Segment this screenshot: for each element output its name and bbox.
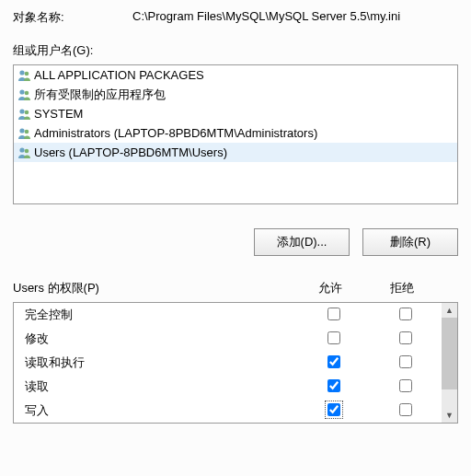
list-item[interactable]: Users (LAPTOP-8PBD6MTM\Users) — [14, 143, 457, 162]
svg-point-1 — [25, 72, 29, 76]
permission-row: 写入 — [14, 399, 442, 423]
deny-checkbox[interactable] — [399, 403, 412, 416]
permissions-list: 完全控制修改读取和执行读取写入 ▲ ▼ — [13, 302, 458, 424]
permission-name: 完全控制 — [25, 307, 298, 323]
list-item[interactable]: ALL APPLICATION PACKAGES — [14, 65, 457, 85]
user-group-icon — [17, 107, 32, 122]
allow-checkbox[interactable] — [327, 355, 340, 368]
object-name-label: 对象名称: — [13, 9, 132, 26]
svg-point-7 — [25, 130, 29, 134]
permission-row: 完全控制 — [14, 303, 442, 327]
object-name-row: 对象名称: C:\Program Files\MySQL\MySQL Serve… — [13, 9, 458, 26]
deny-checkbox[interactable] — [399, 379, 412, 392]
permission-row: 读取 — [14, 375, 442, 399]
permission-name: 写入 — [25, 402, 298, 419]
svg-point-0 — [19, 70, 24, 75]
svg-point-3 — [25, 91, 29, 96]
permission-name: 读取和执行 — [25, 354, 298, 371]
scroll-thumb[interactable] — [442, 318, 457, 389]
deny-checkbox[interactable] — [399, 355, 412, 368]
list-item-label: Users (LAPTOP-8PBD6MTM\Users) — [34, 145, 227, 161]
svg-point-2 — [19, 89, 24, 94]
list-item-label: ALL APPLICATION PACKAGES — [34, 67, 204, 84]
add-button[interactable]: 添加(D)... — [254, 228, 350, 256]
permission-name: 修改 — [25, 331, 298, 347]
allow-checkbox[interactable] — [327, 331, 340, 344]
user-group-icon — [17, 126, 32, 141]
allow-checkbox[interactable] — [327, 379, 340, 392]
deny-checkbox[interactable] — [399, 308, 412, 320]
remove-button[interactable]: 删除(R) — [362, 228, 458, 256]
svg-point-8 — [19, 147, 24, 152]
deny-column-header: 拒绝 — [366, 280, 438, 296]
svg-point-6 — [19, 128, 24, 133]
svg-point-9 — [25, 149, 29, 154]
user-group-icon — [17, 68, 32, 83]
list-item-label: SYSTEM — [34, 106, 83, 122]
svg-point-5 — [25, 110, 29, 115]
groups-label: 组或用户名(G): — [13, 42, 458, 59]
button-row: 添加(D)... 删除(R) — [13, 228, 458, 256]
allow-checkbox[interactable] — [327, 308, 340, 320]
permission-row: 读取和执行 — [14, 351, 442, 375]
object-name-value: C:\Program Files\MySQL\MySQL Server 5.5\… — [132, 9, 458, 26]
permissions-label: Users 的权限(P) — [13, 280, 294, 296]
list-item[interactable]: SYSTEM — [14, 104, 457, 123]
deny-checkbox[interactable] — [399, 331, 412, 344]
list-item-label: 所有受限制的应用程序包 — [34, 87, 166, 103]
permissions-header: Users 的权限(P) 允许 拒绝 — [13, 280, 458, 296]
allow-column-header: 允许 — [294, 280, 366, 296]
list-item-label: Administrators (LAPTOP-8PBD6MTM\Administ… — [34, 125, 317, 142]
allow-checkbox[interactable] — [327, 403, 340, 416]
svg-point-4 — [19, 109, 24, 113]
scroll-down-icon[interactable]: ▼ — [442, 408, 457, 423]
groups-list[interactable]: ALL APPLICATION PACKAGES所有受限制的应用程序包SYSTE… — [13, 64, 458, 204]
scrollbar[interactable]: ▲ ▼ — [442, 303, 457, 423]
permission-name: 读取 — [25, 378, 298, 395]
permission-row: 修改 — [14, 327, 442, 351]
user-group-icon — [17, 145, 32, 160]
list-item[interactable]: 所有受限制的应用程序包 — [14, 85, 457, 104]
user-group-icon — [17, 87, 32, 102]
list-item[interactable]: Administrators (LAPTOP-8PBD6MTM\Administ… — [14, 123, 457, 143]
scroll-up-icon[interactable]: ▲ — [442, 303, 457, 318]
